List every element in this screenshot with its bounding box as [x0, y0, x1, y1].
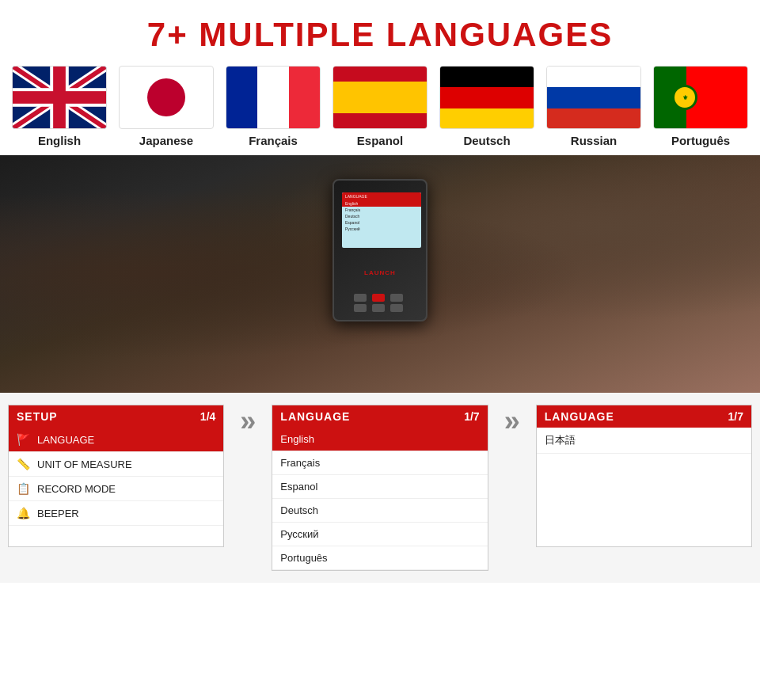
russia-blue: [546, 87, 641, 108]
product-photo: LANGUAGE English Français Deutsch Espano…: [0, 155, 760, 393]
flag-japan: [119, 66, 214, 129]
device-btn-5: [372, 304, 385, 312]
lang-item-espanol-label: Espanol: [280, 481, 317, 493]
lang-item-deutsch-label: Deutsch: [280, 504, 318, 516]
arrow-2: »: [488, 405, 536, 438]
screen-item-english: English: [342, 200, 421, 207]
device-btn-3: [390, 294, 403, 302]
device-btn-1: [354, 294, 367, 302]
setup-panel-num: 1/4: [200, 410, 215, 423]
flag-label-japanese: Japanese: [139, 134, 193, 147]
flag-item-francais: Français: [224, 66, 323, 147]
obd-device: LANGUAGE English Français Deutsch Espano…: [332, 179, 428, 321]
record-icon: 📋: [17, 482, 31, 495]
flag-label-english: English: [38, 134, 81, 147]
language-panel-2-num: 1/7: [728, 410, 743, 423]
language-panel-1-title: LANGUAGE: [280, 410, 350, 423]
lang-item-francais-label: Français: [280, 457, 320, 469]
flag-france: [226, 66, 321, 129]
flag-spain-stripes: [332, 66, 428, 129]
spain-red1: [332, 66, 428, 82]
flag-portugal-stripes: ⚜: [653, 66, 748, 129]
setup-item-unit: 📏 UNIT OF MEASURE: [9, 452, 223, 477]
flag-item-deutsch: Deutsch: [438, 66, 537, 147]
arrow-1: »: [224, 405, 272, 438]
lang-item-portugues-label: Português: [280, 552, 327, 564]
france-blue: [226, 66, 257, 129]
flag-label-portugues: Português: [671, 134, 730, 147]
device-button-group: [354, 294, 406, 312]
language-panel-1: LANGUAGE 1/7 English Français Espanol De…: [272, 405, 488, 571]
device-in-hand: LANGUAGE English Français Deutsch Espano…: [332, 179, 491, 321]
flag-spain: [332, 66, 428, 129]
flag-label-deutsch: Deutsch: [463, 134, 510, 147]
spain-yellow: [332, 82, 428, 113]
screen-item-russian: Русский: [342, 226, 421, 232]
device-screen: LANGUAGE English Français Deutsch Espano…: [342, 192, 421, 248]
panels-row: SETUP 1/4 🚩 LANGUAGE 📏 UNIT OF MEASURE 📋…: [0, 393, 760, 583]
flag-germany: [439, 66, 534, 129]
setup-item-record-label: RECORD MODE: [37, 483, 116, 495]
flag-uk: [12, 66, 107, 129]
lang-item-japanese: 日本語: [537, 428, 751, 454]
screen-item-deutsch: Deutsch: [342, 213, 421, 219]
setup-panel-header: SETUP 1/4: [9, 405, 223, 428]
germany-red: [439, 87, 534, 108]
device-brand-logo: LAUNCH: [364, 269, 396, 276]
setup-item-unit-label: UNIT OF MEASURE: [37, 458, 132, 470]
flag-label-russian: Russian: [571, 134, 617, 147]
screen-item-francais: Français: [342, 207, 421, 213]
flags-row: English Japanese Français Espanol: [0, 66, 760, 155]
device-btn-2: [372, 294, 385, 302]
france-white: [257, 66, 289, 129]
flag-item-espanol: Espanol: [331, 66, 430, 147]
france-red: [289, 66, 321, 129]
germany-gold: [439, 108, 534, 129]
lang-item-japanese-label: 日本語: [545, 433, 576, 447]
lang-item-russian: Русский: [272, 523, 487, 546]
germany-black: [439, 66, 534, 87]
title-section: 7+ MULTIPLE LANGUAGES: [0, 0, 760, 66]
russia-white: [546, 66, 641, 87]
setup-panel: SETUP 1/4 🚩 LANGUAGE 📏 UNIT OF MEASURE 📋…: [8, 405, 224, 547]
device-btn-6: [390, 304, 403, 312]
flag-item-japanese: Japanese: [117, 66, 216, 147]
language-panel-2-header: LANGUAGE 1/7: [537, 405, 751, 428]
language-panel-2-title: LANGUAGE: [545, 410, 614, 423]
setup-item-record: 📋 RECORD MODE: [9, 477, 223, 501]
lang-item-portugues: Português: [272, 546, 487, 570]
lang-item-english: English: [272, 428, 487, 451]
flag-label-espanol: Espanol: [357, 134, 403, 147]
lang-item-russian-label: Русский: [280, 528, 318, 540]
beeper-icon: 🔔: [17, 507, 31, 519]
lang-item-english-label: English: [280, 433, 314, 445]
setup-item-language: 🚩 LANGUAGE: [9, 428, 223, 452]
lang-item-deutsch: Deutsch: [272, 499, 487, 523]
portugal-emblem: ⚜: [672, 85, 697, 110]
flag-russia-stripes: [546, 66, 641, 129]
flag-germany-stripes: [439, 66, 534, 129]
lang-item-francais: Français: [272, 451, 487, 475]
page-title: 7+ MULTIPLE LANGUAGES: [0, 16, 760, 54]
language-panel-1-num: 1/7: [464, 410, 479, 423]
japan-circle: [147, 78, 185, 116]
language-panel-2: LANGUAGE 1/7 日本語: [536, 405, 752, 547]
lang-item-espanol: Espanol: [272, 475, 487, 499]
flag-france-stripes: [226, 66, 321, 129]
setup-item-language-label: LANGUAGE: [37, 434, 94, 446]
spain-red2: [332, 113, 428, 129]
flag-label-francais: Français: [249, 134, 298, 147]
screen-item-espanol: Espanol: [342, 219, 421, 226]
setup-panel-title: SETUP: [17, 410, 58, 423]
flag-item-portugues: ⚜ Português: [652, 66, 750, 147]
flag-item-russian: Russian: [545, 66, 644, 147]
language-icon: 🚩: [17, 433, 31, 446]
unit-icon: 📏: [17, 458, 31, 470]
language-panel-1-header: LANGUAGE 1/7: [272, 405, 487, 428]
svg-rect-8: [13, 91, 106, 104]
flag-item-english: English: [10, 66, 109, 147]
screen-header: LANGUAGE: [342, 192, 421, 200]
flag-portugal: ⚜: [653, 66, 748, 129]
setup-item-beeper-label: BEEPER: [37, 508, 79, 519]
flag-russia: [546, 66, 641, 129]
